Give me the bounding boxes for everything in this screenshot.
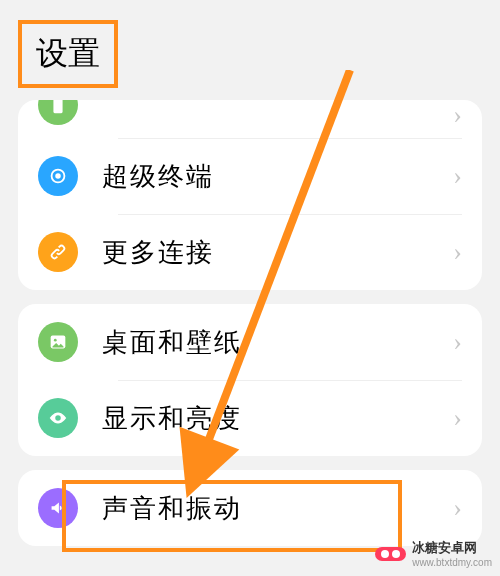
row-display-brightness[interactable]: 显示和亮度 ›: [18, 380, 482, 456]
title-highlight: 设置: [18, 20, 118, 88]
row-more-connections[interactable]: 更多连接 ›: [18, 214, 482, 290]
row-phone[interactable]: ›: [18, 100, 482, 138]
row-label: 超级终端: [102, 159, 453, 194]
settings-group-1: › 超级终端 › 更多连接 ›: [18, 100, 482, 290]
volume-icon: [38, 488, 78, 528]
row-label: 桌面和壁纸: [102, 325, 453, 360]
row-label: 声音和振动: [102, 491, 453, 526]
page-title: 设置: [36, 32, 100, 76]
header: 设置: [0, 0, 500, 98]
watermark-url: www.btxtdmy.com: [412, 557, 492, 568]
chevron-right-icon: ›: [453, 237, 462, 267]
row-label: 显示和亮度: [102, 401, 453, 436]
chevron-right-icon: ›: [453, 161, 462, 191]
chevron-right-icon: ›: [453, 403, 462, 433]
svg-rect-0: [53, 100, 62, 113]
chevron-right-icon: ›: [453, 100, 462, 130]
target-icon: [38, 156, 78, 196]
eye-icon: [38, 398, 78, 438]
phone-icon: [38, 100, 78, 125]
row-super-terminal[interactable]: 超级终端 ›: [18, 138, 482, 214]
row-label: 更多连接: [102, 235, 453, 270]
watermark-brand: 冰糖安卓网: [412, 539, 492, 557]
svg-point-1: [55, 173, 61, 179]
svg-point-4: [54, 339, 57, 342]
image-icon: [38, 322, 78, 362]
row-sound-vibration[interactable]: 声音和振动 ›: [18, 470, 482, 546]
settings-group-3: 声音和振动 ›: [18, 470, 482, 546]
settings-group-2: 桌面和壁纸 › 显示和亮度 ›: [18, 304, 482, 456]
watermark-badge-icon: [375, 547, 406, 561]
chevron-right-icon: ›: [453, 327, 462, 357]
row-desktop-wallpaper[interactable]: 桌面和壁纸 ›: [18, 304, 482, 380]
chevron-right-icon: ›: [453, 493, 462, 523]
watermark: 冰糖安卓网 www.btxtdmy.com: [375, 539, 492, 568]
link-icon: [38, 232, 78, 272]
